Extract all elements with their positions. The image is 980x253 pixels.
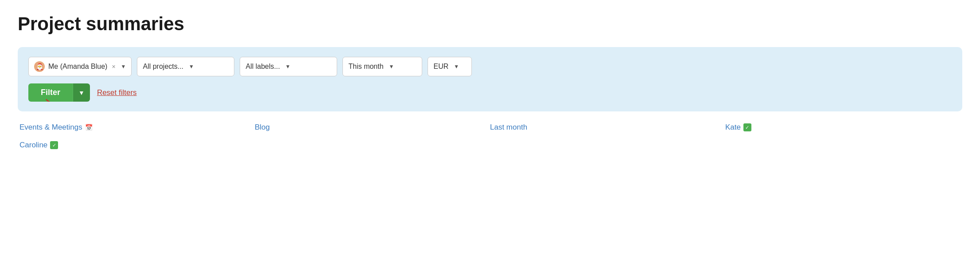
user-filter-chevron-icon[interactable]: ▼ <box>121 63 126 70</box>
lastmonth-label: Last month <box>490 123 527 132</box>
currency-chevron-icon[interactable]: ▼ <box>454 63 459 70</box>
filter-dropdown-button[interactable]: ▼ <box>73 83 90 102</box>
filter-button[interactable]: Filter <box>28 83 73 102</box>
caroline-label: Caroline <box>19 141 47 150</box>
list-cell-col3-row2 <box>490 138 725 152</box>
list-row: Events & Meetings 📅 Blog Last month Kate… <box>19 120 961 134</box>
caroline-badge: ✓ <box>50 141 58 149</box>
list-cell-col1: Events & Meetings 📅 <box>19 120 255 134</box>
projects-filter-select[interactable]: All projects... ▼ <box>137 57 234 76</box>
list-link-kate[interactable]: Kate ✓ <box>725 123 961 132</box>
currency-filter-label: EUR <box>433 63 448 71</box>
kate-label: Kate <box>725 123 741 132</box>
user-avatar: 🎅 <box>34 61 45 72</box>
user-filter-label: Me (Amanda Blue) <box>48 63 107 71</box>
list-cell-col4: Kate ✓ <box>725 120 961 134</box>
events-label: Events & Meetings <box>19 123 82 132</box>
date-chevron-icon[interactable]: ▼ <box>389 63 394 70</box>
labels-filter-select[interactable]: All labels... ▼ <box>240 57 337 76</box>
list-link-blog[interactable]: Blog <box>255 123 490 132</box>
filter-row: 🎅 Me (Amanda Blue) × ▼ All projects... ▼… <box>28 57 952 76</box>
projects-filter-label: All projects... <box>143 63 183 71</box>
list-link-lastmonth[interactable]: Last month <box>490 123 725 132</box>
kate-badge: ✓ <box>743 123 751 131</box>
blog-label: Blog <box>255 123 270 132</box>
labels-chevron-icon[interactable]: ▼ <box>285 63 291 70</box>
labels-filter-label: All labels... <box>245 63 280 71</box>
filter-button-group: Filter ▼ Save filter <box>28 83 90 102</box>
list-cell-col3: Last month <box>490 120 725 134</box>
calendar-icon: 📅 <box>85 124 93 131</box>
projects-chevron-icon[interactable]: ▼ <box>189 63 194 70</box>
list-cell-col2-row2 <box>255 138 490 152</box>
filter-panel: 🎅 Me (Amanda Blue) × ▼ All projects... ▼… <box>18 47 962 111</box>
user-filter-select[interactable]: 🎅 Me (Amanda Blue) × ▼ <box>28 57 132 76</box>
list-row: Caroline ✓ <box>19 138 961 152</box>
reset-filters-button[interactable]: Reset filters <box>97 88 137 97</box>
list-cell-col4-row2 <box>725 138 961 152</box>
page-title: Project summaries <box>18 13 962 35</box>
date-filter-select[interactable]: This month ▼ <box>342 57 422 76</box>
list-cell-col2: Blog <box>255 120 490 134</box>
user-filter-close[interactable]: × <box>112 63 115 70</box>
action-row: Filter ▼ Save filter Reset filters <box>28 83 952 102</box>
list-cell-col1-row2: Caroline ✓ <box>19 138 255 152</box>
list-link-events[interactable]: Events & Meetings 📅 <box>19 123 255 132</box>
currency-filter-select[interactable]: EUR ▼ <box>428 57 472 76</box>
list-link-caroline[interactable]: Caroline ✓ <box>19 141 255 150</box>
date-filter-label: This month <box>348 63 383 71</box>
list-section: Events & Meetings 📅 Blog Last month Kate… <box>18 120 962 152</box>
filter-dropdown-arrow-icon: ▼ <box>78 89 85 96</box>
